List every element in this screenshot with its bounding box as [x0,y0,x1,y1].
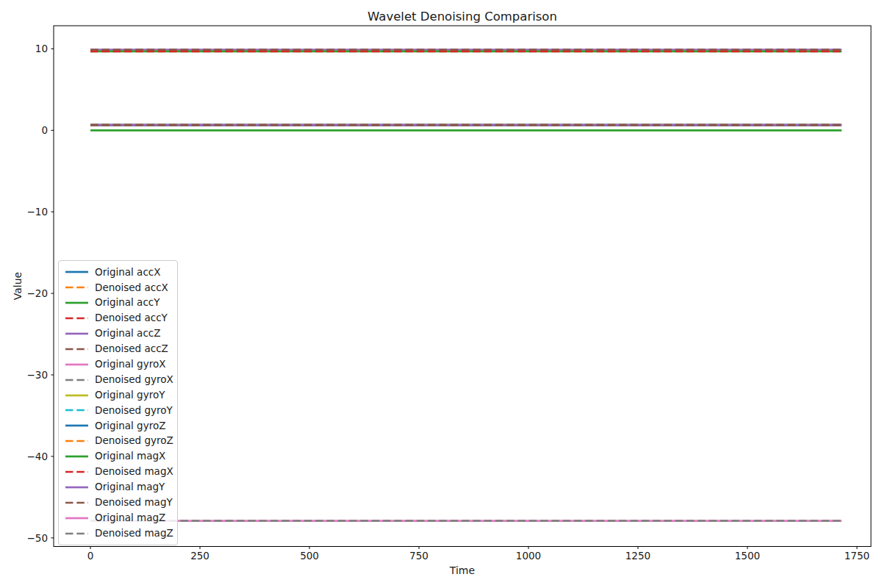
x-tick-label: 0 [87,550,94,562]
legend-item: Denoised accX [59,280,177,295]
legend-line-sample [65,423,88,428]
legend-item: Denoised accY [59,311,177,326]
legend-item-label: Original magZ [95,513,165,523]
x-tick-label: 1000 [516,550,541,562]
legend-item-label: Denoised magX [95,467,173,477]
legend-line-sample [65,316,88,320]
legend-item-label: Denoised gyroX [95,375,173,385]
legend-item-label: Original accZ [95,329,160,339]
y-tick-label: 0 [41,124,48,136]
legend-line-sample [65,362,88,367]
legend-item-label: Denoised gyroY [95,406,173,416]
legend-item: Denoised gyroY [59,403,177,418]
y-tick-label: −30 [27,369,49,381]
legend-item-label: Denoised accY [95,313,168,323]
legend-line-sample [65,270,88,274]
y-axis-label: Value [12,272,24,300]
legend-item: Original magX [59,449,177,465]
legend-line-sample [65,347,88,351]
legend-item: Denoised gyroX [59,372,177,387]
x-axis-label: Time [54,564,871,576]
y-tick-label: −50 [27,532,49,544]
legend-line-sample [65,439,88,443]
y-tick-label: −40 [27,451,49,462]
legend-item-label: Original magX [95,451,165,462]
legend: Original accXDenoised accXOriginal accYD… [58,260,178,545]
x-tick-label: 750 [409,550,429,562]
legend-item-label: Original accY [95,298,159,308]
legend-item: Original accX [59,265,177,280]
legend-item-label: Denoised magY [95,498,173,508]
legend-item-label: Original gyroY [95,390,165,401]
legend-item: Original accZ [59,326,177,342]
legend-line-sample [65,454,88,459]
legend-line-sample [65,516,88,520]
legend-line-sample [65,408,88,412]
legend-item: Original gyroZ [59,418,177,434]
legend-line-sample [65,501,88,505]
legend-item: Original magZ [59,510,177,526]
y-tick-label: −20 [27,287,49,299]
legend-item-label: Denoised accX [95,283,168,293]
legend-item: Denoised gyroZ [59,434,177,449]
legend-item: Denoised magZ [59,526,177,541]
legend-line-sample [65,378,88,382]
legend-line-sample [65,393,88,398]
figure: 02505007501000125015001750100−10−20−30−4… [0,0,882,588]
legend-item-label: Original gyroZ [95,421,165,431]
legend-item-label: Original gyroX [95,359,165,370]
legend-item: Original gyroY [59,387,177,403]
legend-item: Denoised magY [59,495,177,510]
legend-line-sample [65,285,88,290]
x-tick-label: 1250 [625,550,650,562]
x-tick-label: 1500 [735,550,760,562]
legend-item-label: Denoised accZ [95,344,168,354]
legend-line-sample [65,531,88,536]
x-tick-label: 500 [300,550,319,562]
legend-item: Original accY [59,295,177,311]
legend-line-sample [65,301,88,305]
legend-item: Denoised magX [59,465,177,480]
legend-item-label: Denoised magZ [95,528,173,539]
x-tick-label: 250 [190,550,209,562]
chart-title: Wavelet Denoising Comparison [54,10,871,24]
legend-item: Original gyroX [59,356,177,372]
legend-item-label: Denoised gyroZ [95,436,173,446]
legend-item-label: Original accX [95,268,160,278]
y-tick-label: −10 [27,206,49,218]
legend-line-sample [65,470,88,474]
y-tick-label: 10 [35,43,48,54]
legend-line-sample [65,331,88,336]
legend-item: Denoised accZ [59,341,177,356]
x-tick-label: 1750 [845,550,870,562]
legend-line-sample [65,485,88,490]
legend-item: Original magY [59,479,177,495]
legend-item-label: Original magY [95,482,165,492]
